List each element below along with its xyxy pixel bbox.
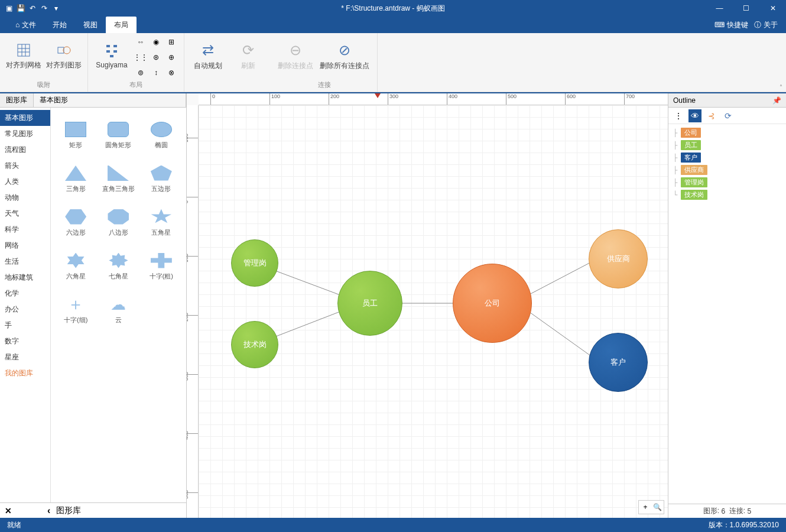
outline-item[interactable]: ├客户 [673, 153, 781, 163]
shape-sh-star5[interactable]: 五角星 [141, 202, 181, 244]
shape-sh-star7[interactable]: 七角星 [98, 246, 138, 287]
category-office[interactable]: 办公 [0, 301, 50, 317]
svg-line-16 [530, 312, 592, 356]
horizontal-ruler[interactable]: 0100200300400500600700 [199, 93, 668, 105]
status-left: 就绪 [7, 520, 21, 530]
outline-tree: ├公司├员工├客户├供应商├管理岗└技术岗 [668, 124, 786, 206]
statusbar: 就绪 版本：1.0.6995.32010 [0, 518, 786, 532]
align-shape-button[interactable]: 对齐到图形 [46, 35, 82, 77]
maximize-button[interactable]: ☐ [733, 0, 759, 17]
shape-sh-star6[interactable]: 六角星 [56, 246, 96, 287]
close-button[interactable]: ✕ [759, 0, 786, 17]
layout-preset-4[interactable]: ⋮⋮ [134, 51, 147, 64]
outline-item[interactable]: ├员工 [673, 140, 781, 150]
minimize-button[interactable]: — [706, 0, 733, 17]
canvas[interactable]: + 🔍 管理岗技术岗员工公司供应商客户 [199, 105, 668, 518]
ruler-guide-marker[interactable] [375, 93, 381, 98]
category-landmark[interactable]: 地标建筑 [0, 270, 50, 286]
category-network[interactable]: 网络 [0, 238, 50, 254]
tab-view[interactable]: 视图 [75, 17, 106, 33]
outline-footer: 图形: 6 连接: 5 [668, 504, 786, 518]
shape-sh-rtri[interactable]: 直角三角形 [98, 158, 138, 200]
shortcut-link[interactable]: ⌨快捷键 [714, 20, 748, 30]
breadcrumb-back-icon[interactable]: ‹ [47, 505, 50, 516]
tab-layout[interactable]: 布局 [106, 17, 137, 33]
node-mgr[interactable]: 管理岗 [231, 239, 278, 287]
window-title: * F:\Structure.antdraw - 蚂蚁画图 [341, 4, 444, 14]
category-flow[interactable]: 流程图 [0, 142, 50, 158]
shape-sh-pent[interactable]: 五边形 [141, 158, 181, 200]
outline-refresh-icon[interactable]: ⟳ [722, 109, 735, 122]
auto-plan-button[interactable]: ⇄ 自动规划 [190, 35, 226, 77]
breadcrumb-label[interactable]: 图形库 [56, 505, 81, 516]
outline-item[interactable]: ├供应商 [673, 165, 781, 175]
shape-sh-rect[interactable]: 矩形 [56, 115, 96, 156]
zoom-tool-icon[interactable]: 🔍 [652, 502, 662, 512]
sugiyama-button[interactable]: Sugiyama [94, 35, 129, 77]
vertical-ruler[interactable]: -1000100200300400500 [187, 105, 199, 518]
shape-sh-cloud[interactable]: ☁云 [98, 290, 138, 331]
menubar: ⌂ 文件 开始 视图 布局 ⌨快捷键 ⓘ关于 [0, 17, 786, 33]
category-weather[interactable]: 天气 [0, 206, 50, 222]
shape-sh-oct[interactable]: 八边形 [98, 202, 138, 244]
shapes-icon [56, 43, 72, 58]
category-life[interactable]: 生活 [0, 254, 50, 270]
svg-rect-9 [106, 50, 110, 53]
status-version: 版本：1.0.6995.32010 [709, 520, 779, 530]
shape-sh-crossthin[interactable]: ＋十字(细) [56, 290, 96, 331]
shuffle-icon: ⇄ [202, 42, 214, 59]
shape-sh-hex[interactable]: 六边形 [56, 202, 96, 244]
outline-eye-icon[interactable]: 👁 [688, 109, 701, 122]
undo-icon[interactable]: ↶ [28, 4, 37, 12]
layout-preset-3[interactable]: ⊞ [165, 35, 178, 48]
category-basic[interactable]: 基本图形 [0, 110, 50, 126]
shape-sh-rrect[interactable]: 圆角矩形 [98, 115, 138, 156]
node-emp[interactable]: 员工 [337, 271, 402, 336]
layout-preset-8[interactable]: ↕ [150, 66, 163, 79]
breadcrumb-close-icon[interactable]: ✕ [5, 506, 12, 515]
redo-icon[interactable]: ↷ [40, 4, 48, 12]
layout-preset-9[interactable]: ⊗ [165, 66, 178, 79]
layout-preset-6[interactable]: ⊕ [165, 51, 178, 64]
category-arrow[interactable]: 箭头 [0, 158, 50, 174]
outline-item[interactable]: ├管理岗 [673, 177, 781, 187]
category-chemistry[interactable]: 化学 [0, 286, 50, 301]
qat-dropdown-icon[interactable]: ▾ [52, 4, 60, 12]
node-customer[interactable]: 客户 [589, 333, 648, 392]
pin-icon[interactable]: 📌 [772, 96, 781, 105]
svg-rect-7 [106, 45, 110, 47]
delete-all-connectors-button[interactable]: ⊘ 删除所有连接点 [318, 35, 371, 77]
layout-preset-2[interactable]: ◉ [150, 35, 163, 48]
align-grid-button[interactable]: 对齐到网格 [6, 35, 41, 77]
tab-start[interactable]: 开始 [44, 17, 75, 33]
outline-item[interactable]: └技术岗 [673, 190, 781, 200]
save-icon[interactable]: 💾 [17, 4, 25, 12]
shape-sh-cross[interactable]: 十字(粗) [141, 246, 181, 287]
category-people[interactable]: 人类 [0, 174, 50, 190]
about-link[interactable]: ⓘ关于 [754, 20, 778, 30]
category-common[interactable]: 常见图形 [0, 126, 50, 142]
category-mylib[interactable]: 我的图库 [0, 365, 50, 381]
shape-sh-ellipse[interactable]: 椭圆 [141, 115, 181, 156]
category-hand[interactable]: 手 [0, 317, 50, 333]
outline-menu-icon[interactable]: ⋮ [672, 109, 685, 122]
tab-file[interactable]: ⌂ 文件 [7, 17, 44, 33]
category-science[interactable]: 科学 [0, 222, 50, 238]
node-supplier[interactable]: 供应商 [589, 229, 648, 288]
shape-grid: 矩形圆角矩形椭圆三角形直角三角形五边形六边形八边形五角星六角星七角星十字(粗)＋… [51, 108, 186, 502]
outline-share-icon[interactable]: ⊰ [705, 109, 718, 122]
layout-preset-5[interactable]: ⊛ [150, 51, 163, 64]
add-tool-icon[interactable]: + [640, 502, 651, 512]
shape-library-panel: 图形库 基本图形 基本图形常见图形流程图箭头人类动物天气科学网络生活地标建筑化学… [0, 93, 187, 518]
category-zodiac[interactable]: 星座 [0, 349, 50, 365]
ribbon-collapse-icon[interactable]: ˄ [779, 84, 782, 90]
layout-preset-1[interactable]: ◦◦ [134, 35, 147, 48]
outline-item[interactable]: ├公司 [673, 128, 781, 138]
shape-sh-tri[interactable]: 三角形 [56, 158, 96, 200]
category-number[interactable]: 数字 [0, 333, 50, 349]
node-tech[interactable]: 技术岗 [231, 321, 278, 368]
keyboard-icon: ⌨ [714, 21, 725, 29]
layout-preset-7[interactable]: ⊚ [134, 66, 147, 79]
node-company[interactable]: 公司 [453, 264, 532, 343]
category-animal[interactable]: 动物 [0, 190, 50, 206]
